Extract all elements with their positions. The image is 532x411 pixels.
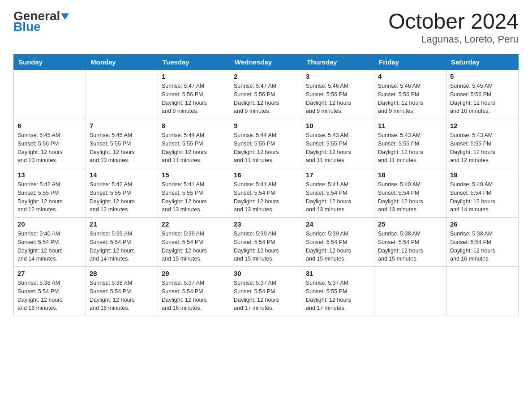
day-info: Sunrise: 5:41 AMSunset: 5:54 PMDaylight:… (306, 180, 370, 214)
day-number: 24 (306, 220, 370, 228)
day-number: 30 (234, 270, 298, 277)
page-header: General Blue October 2024 Lagunas, Loret… (13, 9, 519, 45)
calendar-cell: 23Sunrise: 5:39 AMSunset: 5:54 PMDayligh… (230, 218, 302, 267)
day-number: 12 (450, 122, 515, 129)
day-info: Sunrise: 5:37 AMSunset: 5:54 PMDaylight:… (162, 279, 226, 313)
week-row-4: 20Sunrise: 5:40 AMSunset: 5:54 PMDayligh… (14, 218, 519, 267)
calendar-cell: 9Sunrise: 5:44 AMSunset: 5:55 PMDaylight… (230, 119, 302, 168)
day-number: 7 (90, 122, 154, 129)
calendar-cell: 2Sunrise: 5:47 AMSunset: 5:56 PMDaylight… (230, 70, 302, 119)
calendar-subtitle: Lagunas, Loreto, Peru (388, 34, 519, 45)
day-number: 28 (90, 270, 154, 277)
day-info: Sunrise: 5:45 AMSunset: 5:56 PMDaylight:… (17, 131, 82, 165)
day-info: Sunrise: 5:45 AMSunset: 5:56 PMDaylight:… (450, 82, 515, 116)
calendar-cell: 6Sunrise: 5:45 AMSunset: 5:56 PMDaylight… (14, 119, 86, 168)
day-info: Sunrise: 5:40 AMSunset: 5:54 PMDaylight:… (17, 230, 82, 263)
header-monday: Monday (86, 55, 158, 70)
day-info: Sunrise: 5:46 AMSunset: 5:56 PMDaylight:… (378, 82, 442, 116)
day-number: 10 (306, 122, 370, 129)
header-thursday: Thursday (302, 55, 374, 70)
calendar-cell: 5Sunrise: 5:45 AMSunset: 5:56 PMDaylight… (446, 70, 519, 119)
week-row-3: 13Sunrise: 5:42 AMSunset: 5:55 PMDayligh… (14, 168, 519, 218)
day-number: 22 (162, 220, 226, 228)
day-number: 23 (234, 220, 298, 228)
calendar-cell (86, 70, 158, 119)
calendar-cell (14, 70, 86, 119)
day-info: Sunrise: 5:38 AMSunset: 5:54 PMDaylight:… (378, 230, 442, 263)
calendar-cell: 27Sunrise: 5:38 AMSunset: 5:54 PMDayligh… (14, 267, 86, 316)
header-sunday: Sunday (14, 55, 86, 70)
day-info: Sunrise: 5:37 AMSunset: 5:55 PMDaylight:… (306, 279, 370, 313)
day-number: 27 (17, 270, 82, 277)
day-info: Sunrise: 5:39 AMSunset: 5:54 PMDaylight:… (162, 230, 226, 263)
calendar-cell: 26Sunrise: 5:38 AMSunset: 5:54 PMDayligh… (446, 218, 519, 267)
day-number: 20 (17, 220, 82, 228)
calendar-header-row: SundayMondayTuesdayWednesdayThursdayFrid… (14, 55, 519, 70)
day-info: Sunrise: 5:38 AMSunset: 5:54 PMDaylight:… (17, 279, 82, 313)
calendar-cell: 31Sunrise: 5:37 AMSunset: 5:55 PMDayligh… (302, 267, 374, 316)
header-friday: Friday (374, 55, 446, 70)
day-number: 16 (234, 171, 298, 179)
day-info: Sunrise: 5:38 AMSunset: 5:54 PMDaylight:… (90, 279, 154, 313)
day-info: Sunrise: 5:47 AMSunset: 5:56 PMDaylight:… (162, 82, 226, 116)
day-number: 19 (450, 171, 515, 179)
calendar-cell: 16Sunrise: 5:41 AMSunset: 5:54 PMDayligh… (230, 168, 302, 218)
logo-triangle-icon (61, 13, 69, 20)
calendar-table: SundayMondayTuesdayWednesdayThursdayFrid… (13, 54, 519, 316)
day-number: 4 (378, 73, 442, 80)
day-info: Sunrise: 5:40 AMSunset: 5:54 PMDaylight:… (450, 180, 515, 214)
header-tuesday: Tuesday (158, 55, 230, 70)
calendar-cell: 20Sunrise: 5:40 AMSunset: 5:54 PMDayligh… (14, 218, 86, 267)
week-row-2: 6Sunrise: 5:45 AMSunset: 5:56 PMDaylight… (14, 119, 519, 168)
logo: General Blue (13, 9, 69, 34)
day-number: 6 (17, 122, 82, 129)
day-info: Sunrise: 5:41 AMSunset: 5:54 PMDaylight:… (234, 180, 298, 214)
day-number: 2 (234, 73, 298, 80)
calendar-cell: 3Sunrise: 5:46 AMSunset: 5:56 PMDaylight… (302, 70, 374, 119)
calendar-cell: 12Sunrise: 5:43 AMSunset: 5:55 PMDayligh… (446, 119, 519, 168)
day-info: Sunrise: 5:44 AMSunset: 5:55 PMDaylight:… (162, 131, 226, 165)
day-info: Sunrise: 5:42 AMSunset: 5:55 PMDaylight:… (90, 180, 154, 214)
day-number: 26 (450, 220, 515, 228)
day-number: 25 (378, 220, 442, 228)
calendar-cell: 29Sunrise: 5:37 AMSunset: 5:54 PMDayligh… (158, 267, 230, 316)
calendar-cell: 21Sunrise: 5:39 AMSunset: 5:54 PMDayligh… (86, 218, 158, 267)
day-info: Sunrise: 5:38 AMSunset: 5:54 PMDaylight:… (450, 230, 515, 263)
day-number: 1 (162, 73, 226, 80)
calendar-cell: 13Sunrise: 5:42 AMSunset: 5:55 PMDayligh… (14, 168, 86, 218)
day-info: Sunrise: 5:39 AMSunset: 5:54 PMDaylight:… (234, 230, 298, 263)
title-block: October 2024 Lagunas, Loreto, Peru (388, 9, 519, 45)
day-info: Sunrise: 5:45 AMSunset: 5:55 PMDaylight:… (90, 131, 154, 165)
calendar-cell: 8Sunrise: 5:44 AMSunset: 5:55 PMDaylight… (158, 119, 230, 168)
calendar-title: October 2024 (388, 9, 519, 34)
day-number: 31 (306, 270, 370, 277)
calendar-cell: 1Sunrise: 5:47 AMSunset: 5:56 PMDaylight… (158, 70, 230, 119)
calendar-cell: 22Sunrise: 5:39 AMSunset: 5:54 PMDayligh… (158, 218, 230, 267)
calendar-cell: 7Sunrise: 5:45 AMSunset: 5:55 PMDaylight… (86, 119, 158, 168)
calendar-cell (374, 267, 446, 316)
header-wednesday: Wednesday (230, 55, 302, 70)
day-number: 18 (378, 171, 442, 179)
calendar-cell: 4Sunrise: 5:46 AMSunset: 5:56 PMDaylight… (374, 70, 446, 119)
day-number: 8 (162, 122, 226, 129)
day-info: Sunrise: 5:40 AMSunset: 5:54 PMDaylight:… (378, 180, 442, 214)
calendar-cell: 28Sunrise: 5:38 AMSunset: 5:54 PMDayligh… (86, 267, 158, 316)
calendar-cell: 14Sunrise: 5:42 AMSunset: 5:55 PMDayligh… (86, 168, 158, 218)
calendar-cell: 30Sunrise: 5:37 AMSunset: 5:54 PMDayligh… (230, 267, 302, 316)
day-number: 15 (162, 171, 226, 179)
day-info: Sunrise: 5:44 AMSunset: 5:55 PMDaylight:… (234, 131, 298, 165)
day-info: Sunrise: 5:43 AMSunset: 5:55 PMDaylight:… (378, 131, 442, 165)
day-number: 3 (306, 73, 370, 80)
day-number: 13 (17, 171, 82, 179)
day-number: 14 (90, 171, 154, 179)
day-number: 21 (90, 220, 154, 228)
day-info: Sunrise: 5:43 AMSunset: 5:55 PMDaylight:… (306, 131, 370, 165)
day-number: 17 (306, 171, 370, 179)
week-row-1: 1Sunrise: 5:47 AMSunset: 5:56 PMDaylight… (14, 70, 519, 119)
calendar-cell: 19Sunrise: 5:40 AMSunset: 5:54 PMDayligh… (446, 168, 519, 218)
day-info: Sunrise: 5:43 AMSunset: 5:55 PMDaylight:… (450, 131, 515, 165)
calendar-cell: 24Sunrise: 5:39 AMSunset: 5:54 PMDayligh… (302, 218, 374, 267)
calendar-cell: 15Sunrise: 5:41 AMSunset: 5:55 PMDayligh… (158, 168, 230, 218)
day-info: Sunrise: 5:39 AMSunset: 5:54 PMDaylight:… (306, 230, 370, 263)
day-info: Sunrise: 5:42 AMSunset: 5:55 PMDaylight:… (17, 180, 82, 214)
